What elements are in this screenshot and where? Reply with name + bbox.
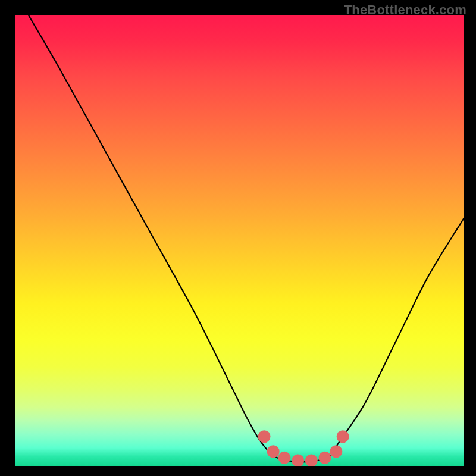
marker-point <box>318 452 331 464</box>
marker-point <box>267 445 280 458</box>
marker-point <box>337 430 349 443</box>
marker-point <box>305 454 318 466</box>
marker-point <box>330 445 342 458</box>
curve-layer <box>15 15 464 466</box>
marker-point <box>258 430 271 443</box>
marker-point <box>278 452 291 464</box>
highlight-markers <box>258 430 349 466</box>
watermark-text: TheBottleneck.com <box>344 2 466 18</box>
bottleneck-curve <box>29 15 464 462</box>
plot-area <box>15 15 464 466</box>
marker-point <box>292 454 304 466</box>
